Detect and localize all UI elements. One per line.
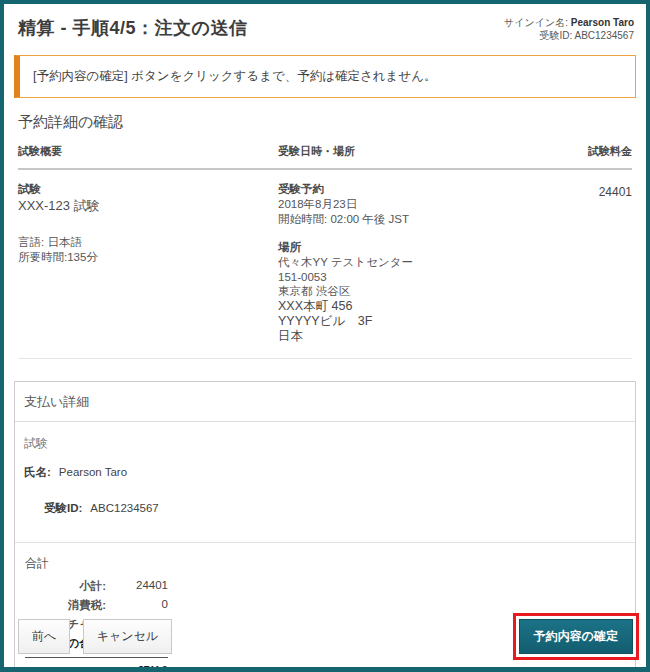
candidate-name-row: 氏名:Pearson Taro [24,465,625,480]
appointment-start-time: 開始時間: 02:00 午後 JST [278,212,522,227]
cancel-button[interactable]: キャンセル [83,619,172,654]
column-datetime-location: 受験日時・場所 [278,144,522,159]
appointment-label: 受験予約 [278,182,522,197]
payment-section-title: 支払い詳細 [15,382,635,422]
checkout-page: 精算 - 手順4/5：注文の送信 サインイン名: Pearson Taro 受験… [0,0,650,672]
location-line: 代々木YY テストセンター [278,255,522,270]
tax-row: 消費税: 0 [25,598,168,613]
reservation-table-row: 試験 XXX-123 試験 言語: 日本語 所要時間:135分 受験予約 201… [18,170,632,359]
location-line: YYYYYビル 3F [278,314,522,329]
page-header: 精算 - 手順4/5：注文の送信 サインイン名: Pearson Taro 受験… [14,14,636,42]
candidate-id-row: 受験ID:ABC1234567 [44,501,625,542]
exam-fee-value: 24401 [599,183,632,199]
location-line: XXX本町 456 [278,299,522,314]
candidate-id-value: ABC1234567 [90,502,158,514]
confirm-highlight-annotation: 予約内容の確定 [513,613,639,660]
column-exam-summary: 試験概要 [18,144,278,159]
payment-body: 試験 氏名:Pearson Taro 受験ID:ABC1234567 [15,422,635,542]
grand-total-value: JPY 0 [25,664,168,672]
location-label: 場所 [278,240,522,255]
location-line: 東京都 渋谷区 [278,284,522,299]
exam-fee-cell: 24401 [522,182,632,344]
exam-language: 言語: 日本語 [18,235,278,250]
subtotal-row: 小計: 24401 [25,579,168,594]
signin-info: サインイン名: Pearson Taro 受験ID: ABC1234567 [504,16,634,42]
signin-name-row: サインイン名: Pearson Taro [504,16,634,29]
exam-id-value: ABC1234567 [575,30,635,41]
previous-button[interactable]: 前へ [18,619,70,654]
reservation-section-title: 予約詳細の確認 [18,113,636,132]
location-line: 日本 [278,329,522,344]
exam-name: XXX-123 試験 [18,197,278,215]
candidate-name-label: 氏名: [24,466,51,478]
footer-left-buttons: 前へ キャンセル [18,619,172,654]
exam-duration: 所要時間:135分 [18,250,278,265]
warning-banner: [予約内容の確定] ボタンをクリックするまで、予約は確定されません。 [14,55,636,98]
candidate-id-label: 受験ID: [44,502,82,514]
reservation-table: 試験概要 受験日時・場所 試験料金 試験 XXX-123 試験 言語: 日本語 … [14,144,636,359]
warning-message: [予約内容の確定] ボタンをクリックするまで、予約は確定されません。 [33,69,437,83]
reservation-table-header: 試験概要 受験日時・場所 試験料金 [18,144,632,170]
payment-exam-label: 試験 [24,435,625,452]
footer-actions: 前へ キャンセル 予約内容の確定 [18,613,639,660]
exam-summary-cell: 試験 XXX-123 試験 言語: 日本語 所要時間:135分 [18,182,278,344]
appointment-date: 2018年8月23日 [278,197,522,212]
candidate-name-value: Pearson Taro [59,466,127,478]
datetime-location-cell: 受験予約 2018年8月23日 開始時間: 02:00 午後 JST 場所 代々… [278,182,522,344]
location-line: 151-0053 [278,270,522,285]
confirm-booking-button[interactable]: 予約内容の確定 [519,619,633,654]
exam-id-row: 受験ID: ABC1234567 [504,29,634,42]
column-exam-fee: 試験料金 [522,144,632,159]
page-title: 精算 - 手順4/5：注文の送信 [18,16,247,40]
exam-label: 試験 [18,182,278,197]
signin-name: Pearson Taro [571,17,634,28]
totals-title: 合計 [25,555,625,572]
